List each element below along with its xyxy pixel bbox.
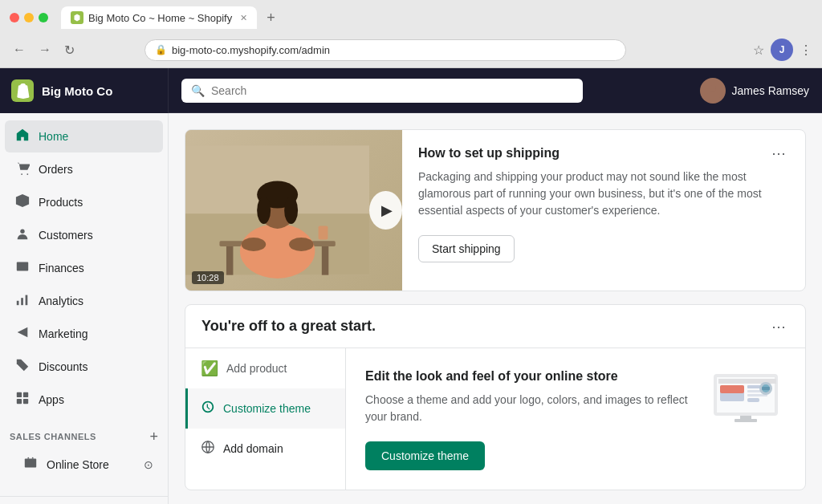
svg-rect-9 [23,392,28,397]
great-start-title: You're off to a great start. [201,318,376,335]
svg-rect-12 [25,459,36,468]
sidebar-column: Big Moto Co Home Orders [0,68,169,504]
svg-rect-32 [720,385,744,393]
new-tab-button[interactable]: + [267,10,275,26]
online-store-icon [22,456,39,474]
reload-button[interactable]: ↻ [61,39,78,61]
address-bar-row: ← → ↻ 🔒 big-moto-co.myshopify.com/admin … [0,35,822,67]
sidebar-item-marketing[interactable]: Marketing [5,318,163,350]
shipping-menu-button[interactable]: ⋯ [768,146,789,161]
back-button[interactable]: ← [10,39,29,60]
sidebar-item-home[interactable]: Home [5,120,163,152]
online-store-settings-icon[interactable]: ⊙ [144,458,153,471]
marketing-icon [14,325,31,343]
search-input[interactable] [211,84,573,97]
start-shipping-button[interactable]: Start shipping [418,235,515,262]
app-layout: Big Moto Co Home Orders [0,68,822,504]
close-dot[interactable] [10,13,19,22]
lock-icon: 🔒 [155,44,167,55]
checklist-label-customize-theme: Customize theme [223,402,311,415]
user-avatar [700,78,726,104]
svg-point-24 [242,238,267,251]
tab-favicon [71,11,83,24]
browser-menu-button[interactable]: ⋮ [800,43,812,58]
checklist-item-customize-theme[interactable]: Customize theme [185,388,345,429]
great-start-menu-button[interactable]: ⋯ [768,319,789,334]
checklist: ✅ Add product Customize theme [185,348,346,490]
svg-point-13 [710,85,716,91]
sidebar-item-finances[interactable]: Finances [5,252,163,284]
svg-rect-26 [319,226,328,240]
forward-button[interactable]: → [35,39,55,60]
store-name: Big Moto Co [42,84,112,98]
svg-rect-11 [23,399,28,404]
products-icon [14,193,31,211]
customize-theme-icon [201,400,215,417]
store-illustration [706,368,786,432]
sidebar-label-orders: Orders [39,163,73,176]
sidebar-label-home: Home [39,130,68,143]
search-bar[interactable]: 🔍 [181,79,583,103]
svg-point-0 [21,173,22,175]
browser-window-controls [10,13,48,22]
shipping-card-body: ▶ 10:28 How to set up shipping ⋯ Packagi… [185,130,805,291]
sidebar: Home Orders Products [0,113,169,504]
url-bar[interactable]: 🔒 big-moto-co.myshopify.com/admin [144,39,626,61]
main-content: ▶ 10:28 How to set up shipping ⋯ Packagi… [169,113,822,504]
user-info: James Ramsey [700,78,809,104]
topbar-store-section: Big Moto Co [0,68,169,113]
sidebar-item-discounts[interactable]: Discounts [5,351,163,383]
video-thumbnail[interactable]: ▶ 10:28 [185,130,402,291]
shipping-content: How to set up shipping ⋯ Packaging and s… [402,130,805,291]
svg-rect-4 [17,301,19,305]
video-play-button[interactable]: ▶ [369,191,402,230]
shipping-card: ▶ 10:28 How to set up shipping ⋯ Packagi… [185,129,806,291]
checklist-detail-description: Choose a theme and add your logo, colors… [365,392,690,425]
browser-tab[interactable]: Big Moto Co ~ Home ~ Shopify ✕ [61,6,257,29]
globe-icon [201,440,215,457]
svg-point-22 [257,197,271,224]
url-text: big-moto-co.myshopify.com/admin [172,44,330,56]
online-store-label: Online Store [47,458,109,471]
svg-point-7 [19,362,22,364]
orders-icon [14,161,31,178]
browser-profile-avatar[interactable]: J [771,39,793,61]
sales-channels-section: SALES CHANNELS + [0,417,168,449]
browser-action-buttons: ☆ J ⋮ [753,39,812,61]
shipping-title: How to set up shipping [418,146,560,161]
svg-rect-10 [17,399,22,404]
svg-point-23 [284,197,298,224]
home-icon [14,128,31,145]
sidebar-item-apps[interactable]: Apps [5,384,163,416]
minimize-dot[interactable] [24,13,34,22]
checklist-item-add-domain[interactable]: Add domain [185,429,345,468]
checklist-item-add-product[interactable]: ✅ Add product [185,348,345,388]
svg-rect-18 [322,246,328,275]
play-icon: ▶ [381,201,393,219]
svg-rect-3 [17,262,28,271]
svg-rect-41 [762,387,770,390]
customize-theme-button[interactable]: Customize theme [365,441,485,470]
user-name: James Ramsey [732,84,809,97]
svg-point-19 [240,224,315,278]
sidebar-item-online-store[interactable]: Online Store ⊙ [5,449,163,480]
sidebar-nav: Home Orders Products [0,113,168,504]
sidebar-label-discounts: Discounts [39,360,87,373]
sidebar-item-products[interactable]: Products [5,186,163,218]
topbar: 🔍 James Ramsey [169,68,822,113]
checklist-detail-content: Edit the look and feel of your online st… [365,368,690,470]
svg-point-1 [26,173,28,175]
svg-rect-36 [747,398,759,402]
maximize-dot[interactable] [39,13,48,22]
add-sales-channel-button[interactable]: + [149,429,158,444]
apps-icon [14,391,31,408]
sidebar-item-customers[interactable]: Customers [5,219,163,251]
sidebar-item-orders[interactable]: Orders [5,153,163,185]
sidebar-item-analytics[interactable]: Analytics [5,285,163,317]
analytics-icon [14,292,31,310]
tab-close-button[interactable]: ✕ [240,13,247,23]
sidebar-label-apps: Apps [39,393,64,406]
checklist-detail-title: Edit the look and feel of your online st… [365,368,690,385]
bookmark-button[interactable]: ☆ [753,43,764,58]
main-column: 🔍 James Ramsey [169,68,822,504]
